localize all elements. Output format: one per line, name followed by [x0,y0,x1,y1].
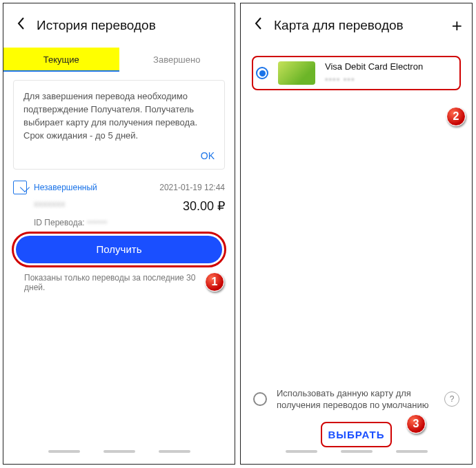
receive-button-wrap: Получить [16,236,222,263]
default-card-radio[interactable] [253,392,267,406]
select-button-wrap: ВЫБРАТЬ [241,423,472,446]
tabs: Текущие Завершено [3,48,235,72]
transfer-id-label: ID Перевода: [34,218,85,227]
transfer-id-row: ID Перевода: ••••••• [13,218,225,227]
gesture-bar [3,450,235,461]
phone-right: Карта для переводов + Visa Debit Card El… [240,3,473,465]
receive-button[interactable]: Получить [16,236,222,263]
transfer-date: 2021-01-19 12:44 [159,183,225,192]
card-info: Visa Debit Card Electron •••• ••• [325,61,457,85]
gesture-bar [241,450,472,461]
transfer-item: Незавершенный 2021-01-19 12:44 xxxxxxx 3… [13,181,225,227]
page-title: Карта для переводов [274,18,452,33]
annotation-badge-2: 2 [446,107,466,126]
transfer-amount: 30.00 ₽ [183,199,225,214]
card-name: Visa Debit Card Electron [325,61,457,72]
transfer-name-blurred: xxxxxxx [34,199,183,214]
annotation-badge-1: 1 [205,272,224,292]
phone-left: История переводов Текущие Завершено Для … [3,3,235,465]
back-icon[interactable] [13,17,28,34]
list-footnote: Показаны только переводы за последние 30… [3,263,235,292]
select-button[interactable]: ВЫБРАТЬ [318,423,394,446]
card-radio-selected[interactable] [256,67,268,79]
back-icon[interactable] [250,17,266,34]
card-mask: •••• ••• [325,74,457,85]
page-title: История переводов [37,18,225,33]
help-icon[interactable]: ? [444,391,459,407]
transfer-icon [13,181,27,194]
transfer-status: Незавершенный [34,183,159,192]
default-card-option[interactable]: Использовать данную карту для получения … [241,387,472,411]
transfer-id-value: ••••••• [87,218,107,227]
notice-text: Для завершения перевода необходимо подтв… [23,90,215,142]
topbar: Карта для переводов + [241,3,472,48]
notice-card: Для завершения перевода необходимо подтв… [13,80,225,170]
tab-done[interactable]: Завершено [119,48,235,72]
topbar: История переводов [3,3,235,48]
default-card-label: Использовать данную карту для получения … [277,387,439,411]
annotation-badge-3: 3 [406,414,426,434]
card-thumbnail [278,61,315,85]
card-row[interactable]: Visa Debit Card Electron •••• ••• [249,54,464,92]
notice-ok-button[interactable]: OK [23,149,215,163]
tab-current[interactable]: Текущие [3,48,119,72]
add-card-icon[interactable]: + [452,15,462,37]
